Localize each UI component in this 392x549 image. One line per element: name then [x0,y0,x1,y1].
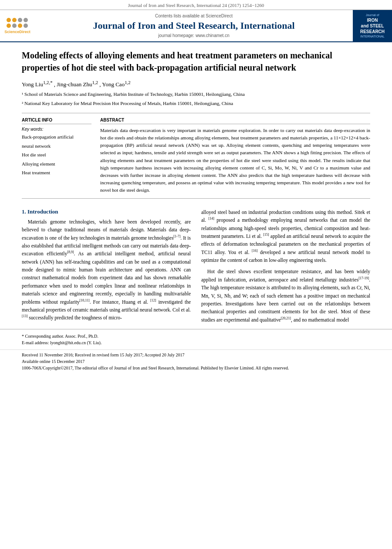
journal-title-banner: Journal of Iron and Steel Research, Inte… [93,20,294,31]
footer-available: Available online 15 December 2017 [22,358,370,365]
footer-bottom: Received 11 November 2016; Received in r… [0,349,392,373]
body-column-right: alloyed steel based on industrial produc… [201,208,370,324]
article-info-header: ARTICLE INFO [22,118,91,124]
article-title: Modeling effects of alloying elements an… [22,49,370,74]
article-section: Modeling effects of alloying elements an… [0,42,392,108]
section-divider-1 [22,113,370,113]
introduction-heading: 1. Introduction [22,208,191,215]
sd-dot-5 [7,24,11,28]
sd-dot-1 [7,18,11,22]
body-section: 1. Introduction Materials genome technol… [0,203,392,324]
affiliation-1: ¹ School of Materials Science and Engine… [22,91,370,98]
page: Journal of Iron and Steel Research, Inte… [0,0,392,549]
article-info-abstract: ARTICLE INFO Key words: Back-propagation… [0,118,392,193]
journal-top-citation: Journal of Iron and Steel Research, Inte… [0,0,392,10]
sd-dot-2 [12,18,17,22]
sciencedirect-logo: ScienceDirect [4,18,30,34]
section-divider-2 [22,198,370,199]
badge-international: INTERNATIONAL [360,34,385,38]
author-yong-cao: Yong Cao [102,81,125,88]
journal-badge-area: Journal of IRON and STEEL RESEARCH INTER… [353,10,392,41]
keyword-1: Back-propagation artificial [22,133,91,141]
keyword-5: Heat treatment [22,169,91,176]
keywords-label: Key words: [22,127,91,132]
sciencedirect-text: ScienceDirect [4,30,30,34]
footer-copyright: 1006-706X/Copyright©2017, The editorial … [22,365,370,371]
keyword-4: Alloying element [22,160,91,168]
article-info-left: ARTICLE INFO Key words: Back-propagation… [22,118,91,193]
article-abstract: ABSTRACT Materials data deep-excavation … [100,118,370,193]
badge-steel: and STEEL [360,23,385,29]
author-yong-liu: Yong Liu [22,81,43,88]
badge-journal-label: Journal of [360,13,385,17]
header-banner: ScienceDirect Contents lists available a… [0,10,392,42]
sd-dots-grid [7,18,28,28]
footer-received: Received 11 November 2016; Received in r… [22,352,370,358]
badge-iron: IRON [360,17,385,23]
affiliation-2: ² National Key Laboratory for Metal Prec… [22,100,370,107]
journal-badge: Journal of IRON and STEEL RESEARCH INTER… [360,13,385,38]
sd-dot-4 [24,18,28,22]
keyword-2: neural network [22,142,91,150]
badge-research: RESEARCH [360,29,385,34]
abstract-header: ABSTRACT [100,118,370,124]
authors-line: Yong Liu1,2,* , Jing-chuan Zhu1,2 , Yong… [22,80,370,88]
contents-line: Contents lists available at ScienceDirec… [155,14,233,18]
author-jingchuan-zhu-sup: 1,2 [92,80,98,85]
sd-dot-3 [18,18,22,22]
sd-dot-6 [12,24,17,28]
footnote-email: E-mail address: lyonghit@hit.edu.cn (Y. … [22,339,370,346]
sciencedirect-logo-area: ScienceDirect [0,10,35,41]
intro-para-1: Materials genome technologies, which hav… [22,218,191,322]
footer-section: * Corresponding author. Assoc. Prof., Ph… [0,329,392,346]
intro-para-2-right1: alloyed steel based on industrial produc… [201,208,370,264]
sd-dot-7 [18,24,22,28]
sd-dot-8 [24,24,28,28]
journal-homepage: journal homepage: www.chinamet.cn [158,33,229,38]
intro-para-2-right2: Hot die steel shows excellent temperatur… [201,268,370,324]
abstract-text: Materials data deep-excavation is very i… [100,127,370,193]
author-jingchuan-zhu: Jing-chuan Zhu [57,81,92,88]
keyword-3: Hot die steel [22,151,91,159]
author-yong-liu-sup: 1,2,* [43,80,53,85]
body-column-left: 1. Introduction Materials genome technol… [22,208,191,324]
footnote-corresponding: * Corresponding author. Assoc. Prof., Ph… [22,333,370,339]
author-yong-cao-sup: 1,2 [125,80,131,85]
header-center: Contents lists available at ScienceDirec… [35,10,353,41]
